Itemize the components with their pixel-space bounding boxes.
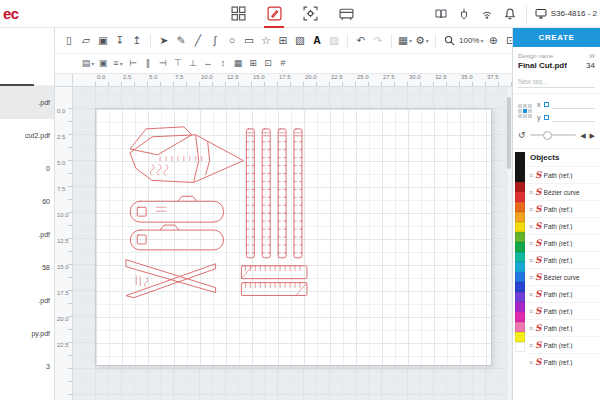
color-swatch[interactable] [515, 212, 525, 222]
canvas-object-wedge[interactable] [126, 260, 215, 298]
rotation-slider[interactable] [530, 134, 577, 136]
select-tool-icon[interactable]: ➤ [156, 33, 172, 49]
distribute-vertical-icon[interactable]: ↕ [216, 57, 230, 71]
open-document-icon[interactable]: ▱ [78, 33, 94, 49]
object-list-item[interactable]: ≡ S Path (ref.) [527, 353, 600, 370]
object-list-item[interactable]: ≡ S Path (ref.) [527, 217, 600, 234]
duplicate-icon[interactable]: ▣ [96, 57, 110, 71]
redo-icon[interactable]: ↷ [370, 33, 386, 49]
color-swatch[interactable] [515, 252, 525, 262]
guides-toggle-icon[interactable]: # [276, 57, 290, 71]
anchor-point-selector[interactable] [518, 104, 532, 118]
object-list-item[interactable]: ≡ S Path (ref.) [527, 285, 600, 302]
mirror-vertical-icon[interactable]: ▶ [590, 132, 595, 139]
color-swatch[interactable] [515, 152, 525, 162]
undo-icon[interactable]: ↶ [353, 33, 369, 49]
object-list-item[interactable]: ≡ S Bézier curve [527, 268, 600, 285]
production-icon[interactable] [336, 4, 356, 24]
order-icon[interactable]: ≡ [111, 57, 125, 71]
canvas-object-stick-2[interactable] [130, 225, 223, 250]
positioning-icon[interactable] [300, 4, 320, 24]
object-list-item[interactable]: ≡ S Path (ref.) [527, 302, 600, 319]
file-list-item[interactable]: cut2.pdf [0, 119, 54, 152]
color-swatch[interactable] [515, 162, 525, 172]
artboard[interactable] [95, 108, 492, 366]
anchor-cell[interactable] [523, 109, 527, 113]
bell-icon[interactable] [503, 7, 517, 21]
file-list-item[interactable]: 58 [0, 251, 54, 284]
connector-icon[interactable] [457, 7, 471, 21]
image-tool-icon[interactable]: ▧ [292, 33, 308, 49]
zoom-in-icon[interactable]: ⊕ [485, 33, 501, 49]
dashboard-icon[interactable] [228, 4, 248, 24]
text-tool-icon[interactable]: A [309, 33, 325, 49]
anchor-cell[interactable] [528, 109, 532, 113]
file-list-item[interactable]: .pdf [0, 86, 54, 119]
color-swatch[interactable] [515, 232, 525, 242]
anchor-cell[interactable] [523, 104, 527, 108]
object-list-item[interactable]: ≡ S Path (ref.) [527, 336, 600, 353]
object-list-item[interactable]: ≡ S Path (ref.) [527, 234, 600, 251]
object-list-item[interactable]: ≡ S Path (ref.) [527, 166, 600, 183]
curve-tool-icon[interactable]: ʃ [207, 33, 223, 49]
align-bottom-icon[interactable]: ⊥ [186, 57, 200, 71]
snap-objects-icon[interactable]: ⊡ [261, 57, 275, 71]
design-icon[interactable] [264, 4, 284, 24]
canvas-object-arrow-part[interactable] [130, 127, 243, 183]
ellipse-tool-icon[interactable]: ○ [224, 33, 240, 49]
align-left-icon[interactable]: ⊢ [126, 57, 140, 71]
color-swatch[interactable] [515, 332, 525, 342]
color-swatch[interactable] [515, 262, 525, 272]
canvas-object-tick-bars[interactable] [241, 266, 306, 296]
anchor-cell[interactable] [528, 114, 532, 118]
zoom-tool-icon[interactable] [441, 33, 457, 49]
color-swatch[interactable] [515, 322, 525, 332]
network-icon[interactable] [480, 7, 494, 21]
align-center-icon[interactable]: ∥ [141, 57, 155, 71]
color-swatch[interactable] [515, 292, 525, 302]
file-list-item[interactable]: .pdf [0, 284, 54, 317]
object-list-item[interactable]: ≡ S Path (ref.) [527, 251, 600, 268]
color-swatch[interactable] [515, 172, 525, 182]
x-lock-checkbox[interactable] [544, 102, 549, 107]
save-icon[interactable]: ▣ [95, 33, 111, 49]
canvas-object-comb-strips[interactable] [246, 129, 302, 258]
y-lock-checkbox[interactable] [544, 115, 549, 120]
create-button[interactable]: CREATE [513, 28, 600, 47]
color-swatch[interactable] [515, 312, 525, 322]
anchor-cell[interactable] [518, 114, 522, 118]
color-swatch[interactable] [515, 222, 525, 232]
file-list-item[interactable]: 0 [0, 152, 54, 185]
canvas-drawing[interactable] [96, 109, 491, 365]
color-swatch[interactable] [515, 302, 525, 312]
object-list-item[interactable]: ≡ S Path (ref.) [527, 319, 600, 336]
align-right-icon[interactable]: ⊣ [156, 57, 170, 71]
anchor-cell[interactable] [518, 109, 522, 113]
grid-toggle-icon[interactable]: ▦ [231, 57, 245, 71]
settings-icon[interactable]: ⚙ [414, 33, 430, 49]
array-tool-icon[interactable]: ⊞ [275, 33, 291, 49]
file-list-item[interactable]: 60 [0, 185, 54, 218]
distribute-horizontal-icon[interactable]: ↔ [201, 57, 215, 71]
color-swatch[interactable] [515, 282, 525, 292]
export-icon[interactable]: ↥ [129, 33, 145, 49]
color-swatch[interactable] [515, 192, 525, 202]
color-swatch[interactable] [515, 342, 525, 352]
file-list-item[interactable]: 3 [0, 350, 54, 383]
new-tag-input[interactable] [518, 75, 595, 88]
bitmap-trace-icon[interactable]: ▨ [326, 33, 342, 49]
canvas-object-stick-1[interactable] [130, 196, 223, 222]
color-swatch[interactable] [515, 272, 525, 282]
y-position-field[interactable] [552, 113, 596, 122]
anchor-cell[interactable] [518, 104, 522, 108]
reset-rotation-icon[interactable]: ↺ [518, 130, 526, 140]
rectangle-tool-icon[interactable]: ▭ [241, 33, 257, 49]
file-list-item[interactable]: py.pdf [0, 317, 54, 350]
canvas-scrollbar[interactable] [506, 87, 512, 400]
color-swatch[interactable] [515, 202, 525, 212]
node-edit-tool-icon[interactable]: ✎ [173, 33, 189, 49]
mirror-horizontal-icon[interactable]: ◀ [580, 132, 585, 139]
x-position-field[interactable] [552, 100, 596, 109]
scrollbar-thumb[interactable] [507, 97, 511, 169]
manual-icon[interactable] [434, 7, 448, 21]
